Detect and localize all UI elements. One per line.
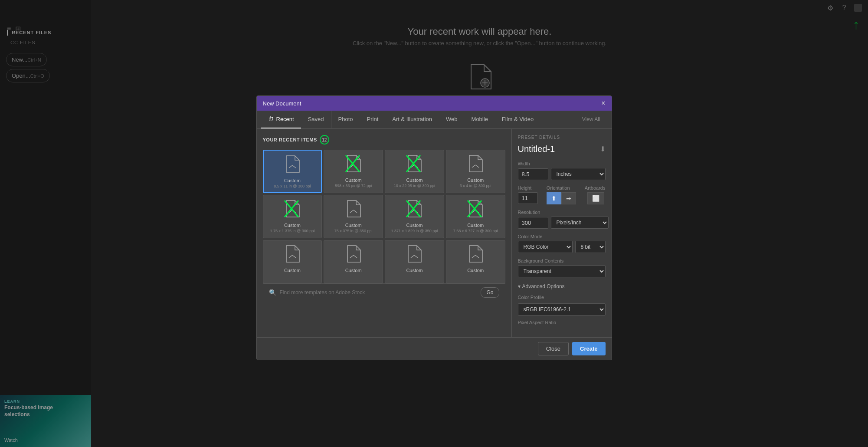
color-profile-select[interactable]: sRGB IEC61966-2.1 Adobe RGB (1998) ProPh… [518,303,606,316]
tab-recent[interactable]: ⏱ Recent [261,111,301,128]
preset-icon-7 [467,200,484,221]
preset-dims-text: 10 x 22.95 in @ 300 ppi [388,184,441,188]
artboards-button[interactable]: ⬜ [587,192,604,204]
dialog-close-button[interactable]: × [601,99,605,107]
tab-art-illustration[interactable]: Art & Illustration [385,111,439,128]
preset-icon-1 [345,154,362,176]
bg-contents-select[interactable]: Transparent White Background Color [518,265,606,277]
preset-dims-text: 8.5 x 11 in @ 300 ppi [266,184,319,188]
presets-panel: YOUR RECENT ITEMS 12 Custom 8.5 x 11 in … [257,129,512,337]
preset-icon-5 [345,200,362,221]
search-icon: 🔍 [269,289,276,296]
preset-item[interactable]: Custom 3 x 4 in @ 300 ppi [446,150,505,193]
color-mode-select[interactable]: RGB Color CMYK Color Grayscale Lab Color… [518,241,573,253]
dialog-titlebar: New Document × [257,96,612,111]
preset-icon-0 [284,155,301,176]
preset-name-text: Custom [449,223,502,228]
template-search-input[interactable] [280,289,478,296]
preset-icon-3 [467,154,484,176]
preset-name-text: Custom [449,177,502,183]
resolution-row: Pixels/Inch Pixels/Centimeter [518,217,606,229]
close-button[interactable]: Close [538,342,569,355]
presets-grid: Custom 8.5 x 11 in @ 300 ppi Custom 598 … [263,150,505,283]
width-row: Inches Pixels Centimeters Millimeters [518,168,606,180]
preset-item[interactable]: Custom [263,240,322,283]
tab-print[interactable]: Print [360,111,386,128]
preset-name-text: Custom [327,223,380,228]
preset-item[interactable]: Custom [324,240,383,283]
orientation-row: ⬆ ➡ [547,192,576,204]
tab-web[interactable]: Web [439,111,465,128]
preset-icon-8 [284,245,301,266]
svg-line-34 [411,255,414,258]
svg-line-15 [475,165,479,168]
preset-name-text: Custom [327,268,380,273]
preset-item[interactable]: Custom 1.75 x 1.375 in @ 300 ppi [263,195,322,238]
svg-line-4 [289,165,292,168]
preset-dims-text: 1.371 x 1.829 in @ 350 ppi [388,229,441,233]
tab-film-video[interactable]: Film & Video [495,111,540,128]
preset-item[interactable]: Custom [385,240,444,283]
color-mode-row: RGB Color CMYK Color Grayscale Lab Color… [518,241,606,253]
tab-saved[interactable]: Saved [301,111,331,128]
preset-item[interactable]: Custom [446,240,505,283]
resolution-unit-select[interactable]: Pixels/Inch Pixels/Centimeter [551,217,609,229]
recent-count-badge: 12 [320,135,329,145]
preset-item[interactable]: Custom 8.5 x 11 in @ 300 ppi [263,150,322,193]
svg-line-14 [472,165,475,168]
dialog-footer: Close Create [257,337,612,360]
preset-dims-text: 598 x 33 px @ 72 ppi [327,184,380,188]
advanced-options[interactable]: ▾ Advanced Options [518,283,606,289]
create-button[interactable]: Create [572,342,605,355]
preset-icon-10 [406,245,423,266]
height-input[interactable] [518,192,538,204]
svg-line-32 [350,255,354,258]
svg-line-5 [292,165,296,168]
preset-dims-text: 7.68 x 6.727 in @ 300 ppi [449,229,502,233]
svg-line-37 [475,255,479,258]
preset-item[interactable]: Custom 598 x 33 px @ 72 ppi [324,150,383,193]
preset-name-text: Custom [388,268,441,273]
preset-name-text: Custom [266,178,319,183]
svg-line-33 [354,255,357,258]
bg-contents-row: Transparent White Background Color [518,265,606,277]
new-document-dialog: New Document × ⏱ Recent Saved Photo Prin… [256,95,612,360]
search-row: 🔍 Go [263,283,505,301]
resolution-input[interactable] [518,217,548,229]
color-depth-select[interactable]: 8 bit 16 bit 32 bit [575,241,606,253]
preset-dims-text: 3 x 4 in @ 300 ppi [449,184,502,188]
svg-line-20 [350,210,354,213]
color-profile-label: Color Profile [518,295,606,300]
preset-icon-11 [467,245,484,266]
preset-details-label: PRESET DETAILS [518,135,606,140]
pixel-aspect-label: Pixel Aspect Ratio [518,320,606,325]
orientation-label: Orientation [547,185,576,191]
tab-photo[interactable]: Photo [331,111,360,128]
preset-name-text: Custom [266,268,319,273]
preset-details-panel: PRESET DETAILS Untitled-1 ⬇ Width Inches… [512,129,612,337]
tab-mobile[interactable]: Mobile [465,111,495,128]
clock-icon: ⏱ [268,116,274,122]
preset-item[interactable]: Custom 10 x 22.95 in @ 300 ppi [385,150,444,193]
preset-item[interactable]: Custom 75 x 375 in @ 350 ppi [324,195,383,238]
color-mode-label: Color Mode [518,234,606,239]
view-all-link[interactable]: View All [575,111,607,128]
width-unit-select[interactable]: Inches Pixels Centimeters Millimeters [551,168,606,180]
preset-name-text: Custom [388,177,441,183]
save-preset-icon[interactable]: ⬇ [600,145,606,153]
preset-icon-6 [406,200,423,221]
preset-item[interactable]: Custom 7.68 x 6.727 in @ 300 ppi [446,195,505,238]
preset-item[interactable]: Custom 1.371 x 1.829 in @ 350 ppi [385,195,444,238]
dialog-tabs: ⏱ Recent Saved Photo Print Art & Illustr… [257,111,612,129]
width-input[interactable] [518,168,548,180]
preset-name-text: Untitled-1 [518,144,555,154]
svg-line-31 [292,255,296,258]
landscape-button[interactable]: ➡ [561,192,576,204]
preset-dims-text: 1.75 x 1.375 in @ 300 ppi [266,229,319,233]
svg-line-35 [414,255,418,258]
go-button[interactable]: Go [481,287,499,298]
preset-icon-4 [284,200,301,221]
portrait-button[interactable]: ⬆ [547,192,561,204]
preset-name-text: Custom [266,223,319,228]
svg-line-36 [472,255,475,258]
